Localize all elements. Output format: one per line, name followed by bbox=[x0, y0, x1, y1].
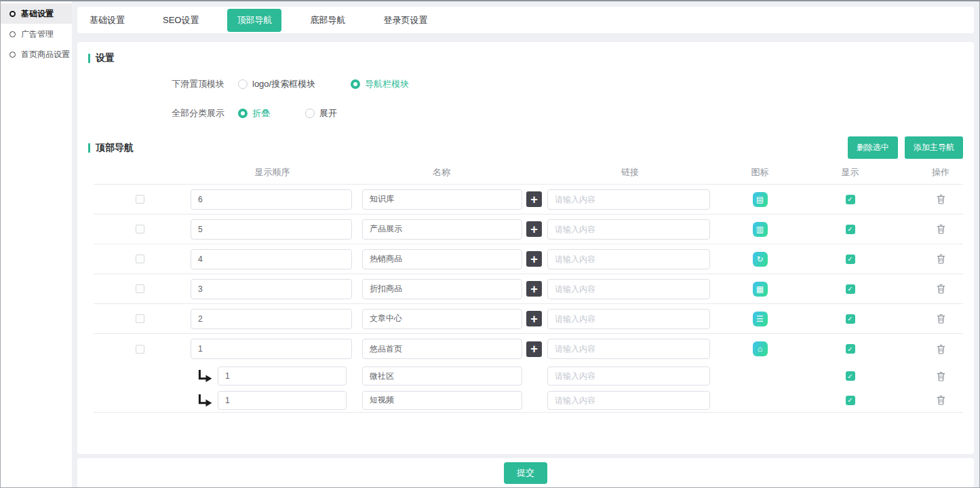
settings-section-title-text: 设置 bbox=[96, 52, 115, 64]
row-select-checkbox[interactable] bbox=[136, 195, 144, 204]
show-checkbox[interactable]: ✓ bbox=[846, 371, 855, 381]
tab-3[interactable]: 顶部导航 bbox=[227, 9, 281, 32]
name-input[interactable] bbox=[362, 189, 522, 210]
radio-button-icon[interactable] bbox=[238, 109, 248, 118]
sidebar-item-3[interactable]: 首页商品设置 bbox=[1, 44, 72, 64]
radio-option-2-1[interactable]: 折叠 bbox=[238, 107, 270, 119]
tab-2[interactable]: SEO设置 bbox=[153, 9, 208, 32]
section-accent-bar bbox=[88, 143, 90, 153]
sidebar-item-1[interactable]: 基础设置 bbox=[1, 3, 72, 24]
submit-button[interactable]: 提交 bbox=[504, 462, 547, 484]
delete-row-button[interactable] bbox=[937, 194, 945, 204]
radio-button-icon[interactable] bbox=[238, 79, 248, 89]
order-input[interactable] bbox=[191, 189, 352, 210]
radio-option-label: 折叠 bbox=[252, 107, 270, 119]
link-input[interactable] bbox=[547, 367, 710, 386]
delete-selected-button[interactable]: 删除选中 bbox=[848, 136, 898, 159]
order-input[interactable] bbox=[191, 279, 352, 299]
link-input[interactable] bbox=[547, 309, 710, 329]
discount-icon[interactable]: ▦ bbox=[753, 282, 768, 297]
radio-option-1-2[interactable]: 导航栏模块 bbox=[351, 78, 409, 90]
hot-sale-icon[interactable]: ↻ bbox=[753, 252, 768, 267]
row-select-checkbox[interactable] bbox=[136, 255, 144, 263]
order-input[interactable] bbox=[191, 339, 352, 359]
sidebar-item-label: 基础设置 bbox=[21, 8, 54, 20]
column-header-actions: 操作 bbox=[895, 166, 974, 179]
link-input[interactable] bbox=[547, 339, 710, 359]
name-input[interactable] bbox=[362, 279, 522, 299]
name-input[interactable] bbox=[362, 249, 522, 269]
row-select-checkbox[interactable] bbox=[136, 314, 144, 323]
order-input[interactable] bbox=[191, 219, 352, 240]
delete-row-button[interactable] bbox=[937, 371, 945, 381]
cell-icon: ▥ bbox=[715, 222, 805, 237]
name-input[interactable] bbox=[362, 367, 522, 386]
row-select-checkbox[interactable] bbox=[136, 345, 144, 354]
show-checkbox[interactable]: ✓ bbox=[846, 225, 855, 234]
column-header-show: 显示 bbox=[805, 166, 895, 179]
cell-actions bbox=[895, 371, 974, 381]
order-input[interactable] bbox=[218, 367, 347, 386]
delete-row-button[interactable] bbox=[937, 284, 945, 294]
cell-link bbox=[545, 279, 715, 299]
cell-actions bbox=[895, 395, 974, 405]
link-input[interactable] bbox=[547, 249, 710, 269]
nav-section-title: 顶部导航 bbox=[88, 142, 134, 154]
add-main-nav-button[interactable]: 添加主导航 bbox=[905, 136, 963, 159]
link-input[interactable] bbox=[547, 219, 710, 240]
delete-row-button[interactable] bbox=[937, 344, 945, 354]
cell-name bbox=[358, 339, 525, 359]
cell-actions bbox=[895, 314, 974, 324]
name-input[interactable] bbox=[362, 309, 522, 329]
circle-bullet-icon bbox=[9, 52, 16, 58]
radio-button-icon[interactable] bbox=[351, 79, 360, 89]
add-child-nav-button[interactable]: + bbox=[526, 341, 542, 357]
show-checkbox[interactable]: ✓ bbox=[846, 284, 855, 294]
link-input[interactable] bbox=[547, 189, 710, 210]
order-input[interactable] bbox=[218, 391, 347, 410]
radio-option-1-1[interactable]: logo/搜索框模块 bbox=[238, 78, 315, 90]
tab-5[interactable]: 登录页设置 bbox=[374, 9, 437, 32]
add-child-nav-button[interactable]: + bbox=[526, 191, 542, 207]
radio-button-icon[interactable] bbox=[305, 109, 315, 118]
link-input[interactable] bbox=[547, 391, 710, 410]
sidebar-item-2[interactable]: 广告管理 bbox=[1, 24, 72, 44]
show-checkbox[interactable]: ✓ bbox=[846, 314, 855, 324]
order-input[interactable] bbox=[191, 249, 352, 269]
add-child-nav-button[interactable]: + bbox=[526, 311, 542, 326]
name-input[interactable] bbox=[362, 219, 522, 240]
show-checkbox[interactable]: ✓ bbox=[846, 195, 855, 204]
order-input[interactable] bbox=[191, 309, 352, 329]
tab-1[interactable]: 基础设置 bbox=[80, 9, 134, 32]
settings-section-title: 设置 bbox=[88, 52, 963, 64]
store-icon[interactable]: ▤ bbox=[753, 192, 768, 207]
link-input[interactable] bbox=[547, 279, 710, 299]
tab-bar: 基础设置SEO设置顶部导航底部导航登录页设置 bbox=[77, 7, 974, 33]
tab-4[interactable]: 底部导航 bbox=[300, 9, 355, 32]
cell-icon: ▤ bbox=[715, 192, 805, 207]
cell-add-child: + bbox=[525, 311, 545, 326]
show-checkbox[interactable]: ✓ bbox=[846, 344, 855, 354]
add-child-nav-button[interactable]: + bbox=[526, 221, 542, 237]
name-input[interactable] bbox=[362, 339, 522, 359]
delete-row-button[interactable] bbox=[937, 224, 945, 234]
delete-row-button[interactable] bbox=[937, 314, 945, 324]
cell-actions bbox=[895, 284, 974, 294]
row-select-checkbox[interactable] bbox=[136, 284, 144, 293]
show-checkbox[interactable]: ✓ bbox=[846, 255, 855, 264]
add-child-nav-button[interactable]: + bbox=[526, 251, 542, 267]
delete-row-button[interactable] bbox=[937, 395, 945, 405]
nav-table-row: +☰✓ bbox=[94, 304, 963, 334]
home-icon[interactable]: ⌂ bbox=[753, 341, 768, 356]
products-icon[interactable]: ▥ bbox=[753, 222, 768, 237]
add-child-nav-button[interactable]: + bbox=[526, 281, 542, 297]
delete-row-button[interactable] bbox=[937, 254, 945, 264]
article-icon[interactable]: ☰ bbox=[753, 312, 768, 326]
name-input[interactable] bbox=[362, 391, 522, 410]
nav-table: 显示顺序 名称 链接 图标 显示 操作 +▤✓+▥✓+↻✓+▦✓+☰✓+⌂✓✓✓ bbox=[94, 160, 963, 413]
show-checkbox[interactable]: ✓ bbox=[846, 396, 855, 405]
cell-link bbox=[545, 367, 715, 386]
row-select-checkbox[interactable] bbox=[136, 225, 144, 233]
column-header-link: 链接 bbox=[545, 166, 715, 179]
radio-option-2-2[interactable]: 展开 bbox=[305, 107, 337, 119]
